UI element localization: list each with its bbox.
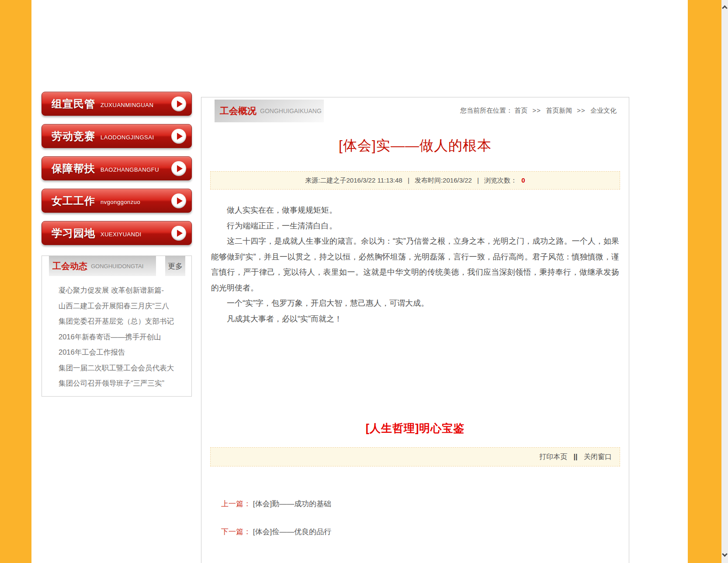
news-item[interactable]: 2016年工会工作报告 [59,345,187,360]
prev-article-row: 上一篇： [体会]勤——成功的基础 [201,499,629,509]
scroll-up-icon[interactable] [722,5,728,11]
nav-button-label: 组宣民管 [52,97,95,111]
news-item[interactable]: 集团党委召开基层党（总）支部书记 [59,314,187,329]
sidebar-button-nvgonggongzuo[interactable]: 女工工作 nvgonggonzuo [42,189,192,213]
sidebar-button-laodongjingsai[interactable]: 劳动竞赛 LAODONGJINGSAI [42,124,192,148]
print-close-bar: 打印本页 || 关闭窗口 [210,447,620,466]
section-title: 工会概况 [220,105,257,117]
article-title: [体会]实——做人的根本 [201,135,629,155]
close-window-link[interactable]: 关闭窗口 [584,453,612,460]
breadcrumb-link-news[interactable]: 首页新闻 [546,107,572,114]
nav-button-pinyin: XUEXIYUANDI [101,231,142,238]
page-root: 组宣民管 ZUXUANMINGUAN 劳动竞赛 LAODONGJINGSAI 保… [0,0,728,563]
prev-article-label: 上一篇： [221,500,251,508]
play-icon [171,226,186,241]
views-count: 0 [521,176,525,184]
meta-divider: | [477,176,479,184]
play-icon [171,97,186,111]
meta-divider: | [408,176,409,184]
sidebar-button-xuexiyuandi[interactable]: 学习园地 XUEXIYUANDI [42,221,192,245]
article-paragraph: 这二十四字，是成就人生事业的箴言。余以为：“实”乃信誉之根，立身之本，光明之门，… [211,234,619,296]
nav-button-label: 女工工作 [52,194,95,208]
prev-article-link[interactable]: [体会]勤——成功的基础 [253,500,331,508]
article-meta-bar: 来源:二建之子2016/3/22 11:13:48 | 发布时间:2016/3/… [210,171,620,190]
article-body: 做人实实在在，做事规规矩矩。 行为端端正正，一生清清白白。 这二十四字，是成就人… [211,203,619,327]
union-news-list: 凝心聚力促发展 改革创新谱新篇- 山西二建工会开展阳春三月庆“三八 集团党委召开… [59,283,187,391]
article-paragraph: 行为端端正正，一生清清白白。 [211,218,619,234]
links-separator: || [574,453,578,460]
breadcrumb: 您当前所在位置： 首页 >> 首页新闻 >> 企业文化 [460,107,617,115]
union-news-pinyin: GONGHUIDONGTAI [91,263,143,269]
play-icon [171,129,186,144]
nav-button-pinyin: nvgonggonzuo [101,199,140,205]
union-news-title-block: 工会动态 GONGHUIDONGTAI [49,256,156,276]
sidebar-button-zuxuanminguan[interactable]: 组宣民管 ZUXUANMINGUAN [42,92,192,116]
meta-views-label: 浏览次数： [484,176,517,184]
article-subtitle: [人生哲理]明心宝鉴 [201,421,629,435]
nav-button-label: 劳动竞赛 [52,129,95,143]
section-pinyin: GONGHUIGAIKUANG [260,107,322,114]
next-article-row: 下一篇： [体会]俭——优良的品行 [201,527,629,537]
article-paragraph: 一个“实”字，包罗万象，开启大智，慧己惠人，可谓大成。 [211,296,619,311]
nav-button-label: 保障帮扶 [52,162,95,176]
sidebar-button-baozhangbangfu[interactable]: 保障帮扶 BAOZHANGBANGFU [42,156,192,180]
left-border-decoration [0,0,31,563]
more-link[interactable]: 更多 [165,256,185,276]
next-article-link[interactable]: [体会]俭——优良的品行 [253,528,331,536]
article-panel: 工会概况 GONGHUIGAIKUANG 您当前所在位置： 首页 >> 首页新闻… [201,97,629,563]
meta-publish-time: 发布时间:2016/3/22 [415,176,472,184]
print-page-link[interactable]: 打印本页 [539,453,567,460]
right-border-decoration [688,0,721,563]
panel-header: 工会概况 GONGHUIGAIKUANG 您当前所在位置： 首页 >> 首页新闻… [201,97,629,122]
scroll-down-icon[interactable] [722,551,728,557]
union-news-title: 工会动态 [52,260,87,272]
news-item[interactable]: 集团一届二次职工暨工会会员代表大 [59,360,187,376]
section-header: 工会概况 GONGHUIGAIKUANG [215,100,324,122]
meta-source: 来源:二建之子2016/3/22 11:13:48 [305,176,402,184]
sidebar: 组宣民管 ZUXUANMINGUAN 劳动竞赛 LAODONGJINGSAI 保… [42,92,192,397]
union-news-panel: 工会动态 GONGHUIDONGTAI 更多 凝心聚力促发展 改革创新谱新篇- … [42,256,192,397]
news-item[interactable]: 2016年新春寄语——携手开创山 [59,329,187,345]
article-paragraph: 凡成其大事者，必以“实”而就之！ [211,311,619,327]
article-paragraph: 做人实实在在，做事规规矩矩。 [211,203,619,218]
breadcrumb-separator: >> [577,107,586,114]
play-icon [171,193,186,208]
nav-button-label: 学习园地 [52,226,95,240]
news-item[interactable]: 凝心聚力促发展 改革创新谱新篇- [59,283,187,298]
news-item[interactable]: 集团公司召开领导班子“三严三实” [59,376,187,391]
union-news-header: 工会动态 GONGHUIDONGTAI 更多 [42,256,191,276]
breadcrumb-separator: >> [532,107,541,114]
page-scrollbar[interactable] [721,0,728,563]
play-icon [171,161,186,176]
nav-button-pinyin: LAODONGJINGSAI [101,134,154,141]
breadcrumb-link-home[interactable]: 首页 [514,107,527,114]
nav-button-pinyin: ZUXUANMINGUAN [101,102,153,108]
nav-button-pinyin: BAOZHANGBANGFU [101,166,159,173]
news-item[interactable]: 山西二建工会开展阳春三月庆“三八 [59,298,187,314]
breadcrumb-prefix: 您当前所在位置： [460,107,513,114]
next-article-label: 下一篇： [221,528,251,536]
breadcrumb-link-culture[interactable]: 企业文化 [590,107,617,114]
